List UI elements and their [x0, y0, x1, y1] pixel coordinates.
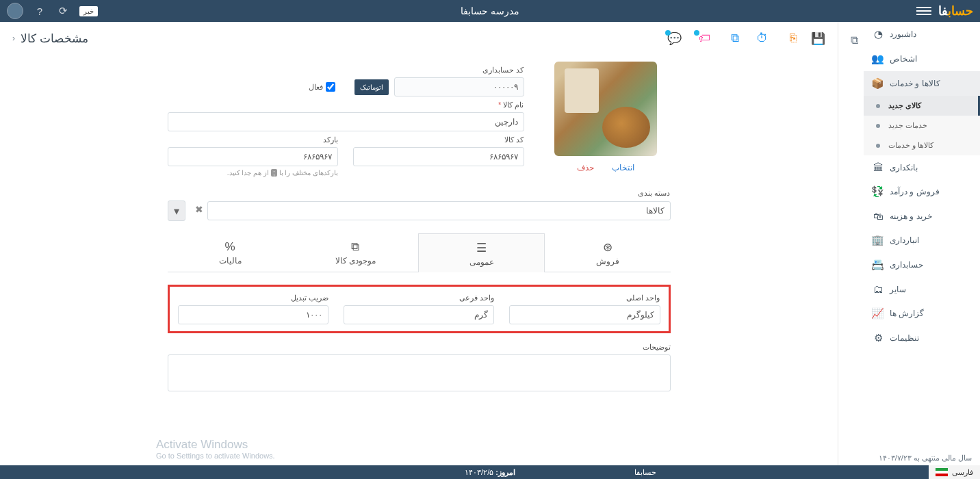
- help-icon[interactable]: ?: [33, 4, 47, 18]
- dashboard-icon: ◔: [872, 28, 884, 40]
- percent-icon: %: [225, 240, 235, 254]
- description-textarea[interactable]: [168, 354, 671, 391]
- logo: حسابفا: [938, 3, 973, 18]
- image-delete-link[interactable]: حذف: [577, 163, 594, 172]
- name-input[interactable]: [168, 112, 524, 131]
- bank-icon: 🏛: [872, 161, 884, 173]
- name-label: نام کالا *: [168, 101, 524, 109]
- product-image: [554, 62, 657, 156]
- tab-inventory[interactable]: ⧉موجودی کالا: [293, 233, 418, 272]
- fiscal-year-text: سال مالی منتهی به ۱۴۰۳/۷/۲۳: [879, 454, 972, 463]
- barcode-hint: بارکدهای مختلف را با;از هم جدا کنید.: [168, 169, 339, 177]
- sidebar-item-reports[interactable]: گزارش ها📈: [864, 301, 980, 326]
- save-icon[interactable]: 💾: [812, 31, 825, 45]
- product-code-input[interactable]: [353, 147, 524, 166]
- bullet-icon: [876, 104, 880, 108]
- app-title: مدرسه حسابفا: [461, 5, 519, 16]
- list-icon: ☰: [476, 241, 487, 255]
- chat-icon[interactable]: 💬: [668, 31, 682, 45]
- sidebar-item-products[interactable]: کالاها و خدمات📦: [864, 71, 980, 96]
- footer: حسابفا امروز: ۱۴۰۳/۲/۵ فارسی: [0, 465, 980, 479]
- active-checkbox[interactable]: فعال: [309, 82, 335, 92]
- sidebar-item-settings[interactable]: تنظیمات⚙: [864, 326, 980, 350]
- sidebar-sub-new-product[interactable]: کالای جدید: [864, 96, 980, 116]
- sub-unit-input[interactable]: [344, 305, 494, 324]
- barcode-input[interactable]: [168, 147, 339, 166]
- sidebar-item-people[interactable]: اشخاص👥: [864, 47, 980, 71]
- accounting-code-input[interactable]: [394, 77, 524, 96]
- product-code-label: کد کالا: [353, 135, 524, 144]
- other-icon: 🗂: [872, 283, 884, 295]
- page-title: مشخصات کالا ‹: [12, 31, 88, 46]
- chart-icon: 📈: [872, 307, 884, 320]
- people-icon: 👥: [872, 53, 884, 65]
- tab-sales[interactable]: ⊛فروش: [545, 233, 670, 272]
- cart-icon: 🛍: [872, 210, 884, 222]
- news-button[interactable]: خبر: [79, 6, 98, 16]
- flag-icon: [936, 468, 948, 476]
- tab-general[interactable]: ☰عمومی: [418, 233, 545, 272]
- avatar[interactable]: [7, 3, 23, 19]
- sales-icon: 💱: [872, 185, 884, 198]
- sidebar-item-accounting[interactable]: حسابداری📇: [864, 253, 980, 277]
- windows-watermark: Activate Windows Go to Settings to activ…: [156, 438, 275, 460]
- sidebar-sub-products-list[interactable]: کالاها و خدمات: [864, 135, 980, 155]
- category-input[interactable]: [207, 201, 671, 220]
- factor-label: ضریب تبدیل: [178, 294, 328, 302]
- refresh-icon[interactable]: ⟳: [56, 4, 70, 18]
- sidebar-item-other[interactable]: سایر🗂: [864, 277, 980, 301]
- factor-input[interactable]: [178, 305, 328, 324]
- sidebar-item-banking[interactable]: بانکداری🏛: [864, 155, 980, 179]
- image-select-link[interactable]: انتخاب: [612, 163, 634, 172]
- warehouse-icon: 🏢: [872, 234, 884, 246]
- chevron-left-icon: ‹: [12, 34, 15, 43]
- category-clear-icon[interactable]: ✖: [190, 204, 203, 218]
- category-label: دسته بندی: [168, 189, 671, 198]
- main-form: انتخاب حذف کد حسابداری اتوماتیک فعال نام…: [0, 55, 838, 465]
- history-icon[interactable]: ⏱: [754, 31, 768, 45]
- description-label: توضیحات: [168, 343, 671, 352]
- sidebar-item-purchase[interactable]: خرید و هزینه🛍: [864, 204, 980, 228]
- ledger-icon: 📇: [872, 259, 884, 271]
- units-highlight-box: واحد اصلی واحد فرعی ضریب تبدیل: [168, 285, 671, 333]
- sidebar-item-dashboard[interactable]: داشبورد◔: [864, 22, 980, 47]
- actionbar: 💾 ⎘ ⏱ ⧉ 🏷 💬 مشخصات کالا ‹: [0, 22, 838, 55]
- tab-tax[interactable]: %مالیات: [168, 233, 293, 272]
- new-icon[interactable]: ⎘: [783, 31, 797, 45]
- copy-icon[interactable]: ⧉: [725, 31, 739, 45]
- main-unit-label: واحد اصلی: [509, 294, 660, 302]
- category-dropdown-button[interactable]: ▾: [168, 200, 185, 221]
- bullet-icon: [876, 144, 880, 148]
- dollar-icon: ⊛: [603, 240, 612, 255]
- barcode-label: بارکد: [168, 135, 339, 144]
- tag-icon[interactable]: 🏷: [697, 31, 710, 45]
- bullet-icon: [876, 124, 880, 128]
- topbar: حسابفا مدرسه حسابفا خبر ⟳ ?: [0, 0, 980, 22]
- auto-code-button[interactable]: اتوماتیک: [354, 79, 389, 95]
- footer-today: امروز: ۱۴۰۳/۲/۵: [465, 468, 515, 477]
- accounting-code-label: کد حسابداری: [168, 66, 524, 75]
- sub-unit-label: واحد فرعی: [344, 294, 494, 302]
- sidebar-sub-new-service[interactable]: خدمات جدید: [864, 116, 980, 135]
- collapsed-rail: ⧉: [838, 22, 864, 465]
- menu-toggle[interactable]: [916, 3, 931, 18]
- rail-copy-icon[interactable]: ⧉: [844, 34, 858, 48]
- language-selector[interactable]: فارسی: [929, 465, 980, 479]
- main-unit-input[interactable]: [509, 305, 660, 324]
- sidebar-products-submenu: کالای جدید خدمات جدید کالاها و خدمات: [864, 96, 980, 155]
- sidebar: داشبورد◔ اشخاص👥 کالاها و خدمات📦 کالای جد…: [864, 22, 980, 465]
- sliders-icon: ⚙: [872, 332, 884, 344]
- sidebar-item-warehouse[interactable]: انبارداری🏢: [864, 228, 980, 253]
- box-icon: 📦: [872, 77, 884, 90]
- footer-brand: حسابفا: [634, 468, 656, 477]
- sidebar-item-sales[interactable]: فروش و درآمد💱: [864, 179, 980, 204]
- tabs: ⊛فروش ☰عمومی ⧉موجودی کالا %مالیات: [168, 233, 671, 272]
- inventory-icon: ⧉: [351, 240, 359, 254]
